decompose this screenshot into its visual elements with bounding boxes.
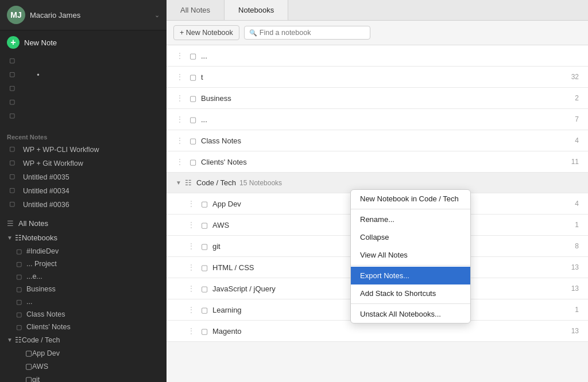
ctx-item-add-stack-shortcuts[interactable]: Add Stack to Shortcuts bbox=[351, 284, 470, 302]
notebooks-label: Notebooks bbox=[22, 233, 57, 242]
book-icon: ▢ bbox=[201, 327, 208, 336]
notebook-row-t[interactable]: ⋮ ▢ t 32 bbox=[167, 67, 588, 88]
sidebar-item-label: WP + WP-CLI Workflow bbox=[23, 146, 99, 154]
notebook-icon: ▢ bbox=[16, 248, 22, 255]
sidebar-notebooks-header[interactable]: ▼ ☷ Notebooks bbox=[0, 231, 167, 245]
ctx-divider-1 bbox=[351, 209, 470, 209]
ctx-item-collapse[interactable]: Collapse bbox=[351, 228, 470, 246]
top-bar: All Notes Notebooks bbox=[167, 0, 588, 21]
search-input[interactable] bbox=[260, 29, 365, 37]
sidebar-item-untitled-36[interactable]: ▢ Untitled #0036 bbox=[0, 198, 167, 212]
drag-icon: ⋮ bbox=[176, 115, 184, 124]
notebook-row-dots[interactable]: ⋮ ▢ ... 7 bbox=[167, 109, 588, 130]
collapse-arrow-icon: ▼ bbox=[7, 337, 13, 343]
drag-icon: ⋮ bbox=[187, 199, 195, 208]
sidebar-item-label: #IndieDev bbox=[26, 247, 59, 255]
notebook-count: 7 bbox=[575, 115, 579, 123]
notebook-row-business[interactable]: ⋮ ▢ Business 2 bbox=[167, 88, 588, 109]
book-icon: ▢ bbox=[201, 306, 208, 314]
sidebar-item-label: All Notes bbox=[18, 219, 48, 228]
search-icon: 🔍 bbox=[249, 29, 257, 37]
notebook-count: 13 bbox=[571, 263, 579, 271]
book-icon: ▢ bbox=[189, 73, 196, 81]
sidebar-recent-stubs: ▢ ▢ • ▢ ▢ ▢ bbox=[0, 54, 167, 128]
sidebar-item-untitled-35[interactable]: ▢ Untitled #0035 bbox=[0, 170, 167, 184]
drag-icon: ⋮ bbox=[176, 136, 184, 145]
notebook-count: 2 bbox=[575, 94, 579, 102]
notebook-row-magento[interactable]: ⋮ ▢ Magento 13 bbox=[167, 321, 588, 342]
notebook-name: Class Notes bbox=[201, 137, 572, 145]
sidebar-item-wp-wpcli[interactable]: ▢ WP + WP-CLI Workflow bbox=[0, 143, 167, 157]
ctx-divider-2 bbox=[351, 265, 470, 266]
notebook-icon: ▢ bbox=[25, 362, 32, 371]
ctx-item-new-notebook[interactable]: New Notebook in Code / Tech bbox=[351, 190, 470, 208]
sidebar-item-untitled-34[interactable]: ▢ Untitled #0034 bbox=[0, 184, 167, 198]
notebook-row-class-notes[interactable]: ⋮ ▢ Class Notes 4 bbox=[167, 130, 588, 151]
notebook-count: 8 bbox=[575, 242, 579, 250]
sidebar-item-label: Clients' Notes bbox=[26, 323, 71, 331]
sidebar-nb-project[interactable]: ▢ ... Project bbox=[0, 258, 167, 270]
sidebar-stub-3[interactable]: ▢ bbox=[0, 82, 167, 96]
drag-icon: ⋮ bbox=[187, 220, 195, 229]
stack-icon: ☷ bbox=[15, 336, 22, 344]
sidebar-stub-1[interactable]: ▢ bbox=[0, 54, 167, 68]
drag-icon: ⋮ bbox=[176, 72, 184, 81]
sidebar-item-label: AWS bbox=[32, 362, 48, 371]
recent-notes-list: ▢ WP + WP-CLI Workflow ▢ WP + Git Workfl… bbox=[0, 143, 167, 216]
book-icon: ▢ bbox=[189, 52, 196, 60]
sidebar-nb-dots[interactable]: ▢ ... bbox=[0, 295, 167, 308]
sidebar-item-all-notes[interactable]: ☰ All Notes bbox=[0, 216, 167, 231]
sidebar-nb-class-notes[interactable]: ▢ Class Notes bbox=[0, 308, 167, 321]
book-icon: ▢ bbox=[201, 284, 208, 293]
sidebar-nb-indiedev[interactable]: ▢ #IndieDev bbox=[0, 245, 167, 258]
sidebar-nb-e[interactable]: ▢ ...e... bbox=[0, 270, 167, 283]
sidebar-item-label: Untitled #0036 bbox=[23, 201, 69, 209]
ctx-item-unstack-all-notebooks[interactable]: Unstack All Notebooks... bbox=[351, 305, 470, 323]
search-box[interactable]: 🔍 bbox=[244, 26, 370, 40]
notebook-name: t bbox=[201, 73, 569, 81]
note-icon: ▢ bbox=[9, 57, 18, 66]
main-area: All Notes Notebooks + New Notebook 🔍 ⋮ ▢… bbox=[167, 0, 588, 382]
tab-notebooks[interactable]: Notebooks bbox=[225, 0, 288, 20]
book-icon: ▢ bbox=[189, 115, 196, 124]
drag-icon: ⋮ bbox=[176, 157, 184, 166]
new-note-button[interactable]: + New Note bbox=[7, 36, 160, 49]
book-icon: ▢ bbox=[201, 242, 208, 251]
sidebar-nb-business[interactable]: ▢ Business bbox=[0, 283, 167, 295]
sidebar-stub-2[interactable]: ▢ • bbox=[0, 68, 167, 82]
ctx-item-export-notes[interactable]: Export Notes... bbox=[351, 267, 470, 284]
notebook-name: Clients' Notes bbox=[201, 158, 569, 166]
notebook-name: ... bbox=[201, 115, 572, 124]
notebook-icon: ▢ bbox=[16, 286, 22, 293]
stack-icon: ☷ bbox=[185, 178, 192, 187]
sidebar-stub-5[interactable]: ▢ bbox=[0, 110, 167, 123]
notebook-count: 1 bbox=[575, 306, 579, 314]
ctx-item-rename[interactable]: Rename... bbox=[351, 211, 470, 228]
sidebar-nb-clients-notes[interactable]: ▢ Clients' Notes bbox=[0, 321, 167, 333]
sidebar-nb-git[interactable]: ▢ git bbox=[0, 373, 167, 382]
notebook-row[interactable]: ⋮ ▢ ... bbox=[167, 45, 588, 67]
sidebar-item-label: App Dev bbox=[32, 349, 60, 357]
ctx-item-view-all-notes[interactable]: View All Notes bbox=[351, 246, 470, 264]
notebook-row-clients-notes[interactable]: ⋮ ▢ Clients' Notes 11 bbox=[167, 151, 588, 173]
sidebar-item-label: Code / Tech bbox=[22, 336, 60, 344]
sidebar-item-wp-git[interactable]: ▢ WP + Git Workflow bbox=[0, 157, 167, 170]
sidebar-nb-app-dev[interactable]: ▢ App Dev bbox=[0, 346, 167, 360]
new-notebook-button[interactable]: + New Notebook bbox=[173, 25, 239, 40]
sidebar-nb-group-code-tech[interactable]: ▼ ☷ Code / Tech bbox=[0, 333, 167, 346]
tab-all-notes[interactable]: All Notes bbox=[167, 0, 225, 20]
sidebar-nb-aws[interactable]: ▢ AWS bbox=[0, 360, 167, 373]
notebook-count: 32 bbox=[571, 73, 579, 81]
ctx-divider-3 bbox=[351, 303, 470, 304]
drag-icon: ⋮ bbox=[187, 263, 195, 272]
sidebar-item-label: ... Project bbox=[26, 260, 57, 268]
sidebar-item-label: git bbox=[32, 376, 40, 383]
toolbar: + New Notebook 🔍 bbox=[167, 21, 588, 45]
notebook-icon: ▢ bbox=[25, 375, 32, 382]
group-count: 15 Notebooks bbox=[239, 179, 282, 187]
sidebar-stub-4[interactable]: ▢ bbox=[0, 96, 167, 110]
notebook-name: Business bbox=[201, 94, 572, 103]
context-menu: New Notebook in Code / Tech Rename... Co… bbox=[350, 189, 471, 323]
note-icon: ▢ bbox=[9, 186, 18, 196]
sidebar-header[interactable]: MJ Macario James ⌄ bbox=[0, 0, 167, 30]
